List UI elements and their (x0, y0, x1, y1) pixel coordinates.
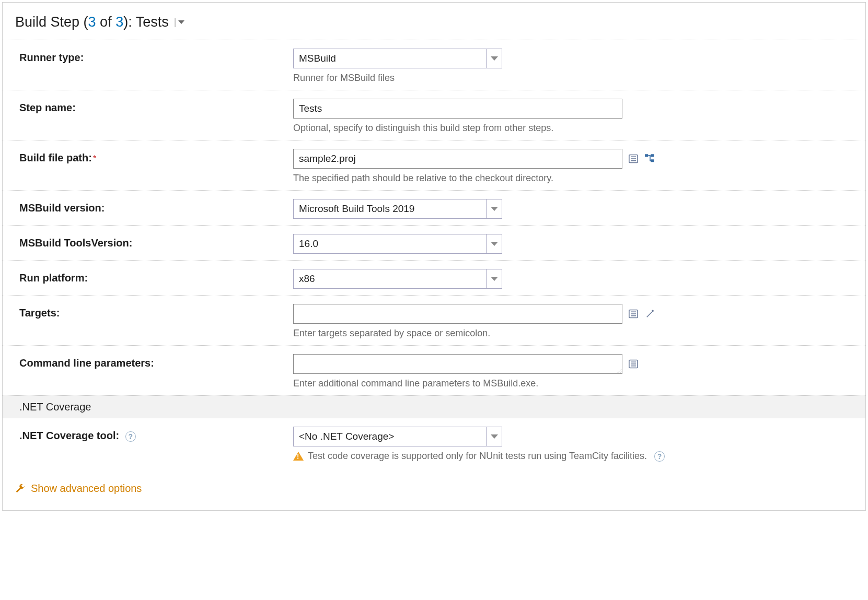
tools-version-value: 16.0 (299, 238, 318, 250)
label-run-platform: Run platform: (19, 269, 281, 284)
runner-type-select[interactable]: MSBuild (293, 49, 502, 68)
list-icon[interactable] (628, 358, 639, 370)
wrench-icon (15, 484, 26, 494)
runner-type-value: MSBuild (299, 53, 336, 64)
build-step-panel: Build Step (3 of 3): Tests | Runner type… (2, 2, 866, 511)
cmd-params-input[interactable] (293, 354, 622, 374)
label-step-name: Step name: (19, 99, 281, 114)
row-cmd-params: Command line parameters: Enter additiona… (3, 345, 865, 395)
row-targets: Targets: Enter targets separated by spac… (3, 295, 865, 345)
svg-rect-5 (651, 154, 654, 157)
row-step-name: Step name: Optional, specify to distingu… (3, 90, 865, 140)
header-dropdown[interactable]: | (174, 17, 185, 28)
chevron-down-icon (491, 207, 498, 211)
chevron-down-icon (491, 56, 498, 61)
build-file-path-hint: The specified path should be relative to… (293, 173, 853, 184)
required-marker: * (93, 154, 96, 163)
warning-icon (293, 452, 304, 461)
step-name-input[interactable] (293, 99, 622, 119)
step-current: 3 (88, 14, 96, 30)
label-targets: Targets: (19, 304, 281, 319)
row-coverage-tool: .NET Coverage tool: ? <No .NET Coverage>… (3, 418, 865, 468)
row-runner-type: Runner type: MSBuild Runner for MSBuild … (3, 40, 865, 90)
chevron-down-icon (491, 434, 498, 439)
advanced-link-text: Show advanced options (31, 483, 142, 495)
list-icon[interactable] (628, 153, 639, 164)
build-file-path-input[interactable] (293, 149, 622, 169)
label-coverage-tool-text: .NET Coverage tool: (19, 430, 119, 441)
run-platform-value: x86 (299, 273, 315, 285)
label-tools-version: MSBuild ToolsVersion: (19, 234, 281, 249)
help-icon[interactable]: ? (125, 431, 136, 442)
help-icon[interactable]: ? (654, 451, 665, 462)
chevron-down-icon (491, 242, 498, 246)
row-build-file-path: Build file path:* The specified path sho… (3, 140, 865, 190)
row-msbuild-version: MSBuild version: Microsoft Build Tools 2… (3, 190, 865, 225)
title-prefix: Build Step ( (15, 14, 88, 30)
targets-input[interactable] (293, 304, 622, 324)
msbuild-version-select[interactable]: Microsoft Build Tools 2019 (293, 199, 502, 219)
coverage-warning-text: Test code coverage is supported only for… (308, 451, 647, 462)
title-of: of (96, 14, 116, 30)
svg-rect-4 (645, 154, 648, 157)
chevron-down-icon (491, 277, 498, 281)
label-msbuild-version: MSBuild version: (19, 199, 281, 214)
msbuild-version-value: Microsoft Build Tools 2019 (299, 203, 414, 215)
wand-icon[interactable] (644, 308, 656, 320)
label-build-file-path: Build file path:* (19, 149, 281, 164)
run-platform-select[interactable]: x86 (293, 269, 502, 289)
step-name-hint: Optional, specify to distinguish this bu… (293, 123, 853, 134)
label-cmd-params: Command line parameters: (19, 354, 281, 369)
chevron-down-icon (178, 20, 184, 24)
label-runner-type: Runner type: (19, 49, 281, 64)
svg-rect-6 (651, 159, 654, 162)
panel-header: Build Step (3 of 3): Tests | (3, 3, 865, 40)
targets-hint: Enter targets separated by space or semi… (293, 328, 853, 339)
runner-type-hint: Runner for MSBuild files (293, 73, 853, 84)
coverage-tool-select[interactable]: <No .NET Coverage> (293, 427, 502, 446)
label-build-file-path-text: Build file path: (19, 152, 92, 163)
row-tools-version: MSBuild ToolsVersion: 16.0 (3, 225, 865, 260)
step-total: 3 (115, 14, 123, 30)
list-icon[interactable] (628, 308, 639, 320)
section-net-coverage: .NET Coverage (3, 395, 865, 418)
row-run-platform: Run platform: x86 (3, 260, 865, 295)
tools-version-select[interactable]: 16.0 (293, 234, 502, 254)
label-coverage-tool: .NET Coverage tool: ? (19, 427, 281, 442)
coverage-tool-value: <No .NET Coverage> (299, 431, 394, 442)
tree-icon[interactable] (644, 153, 656, 164)
show-advanced-options-link[interactable]: Show advanced options (3, 468, 865, 495)
cmd-params-hint: Enter additional command line parameters… (293, 378, 853, 389)
title-suffix: ): Tests (123, 14, 169, 30)
page-title: Build Step (3 of 3): Tests (15, 14, 169, 30)
coverage-warning: Test code coverage is supported only for… (293, 451, 853, 462)
